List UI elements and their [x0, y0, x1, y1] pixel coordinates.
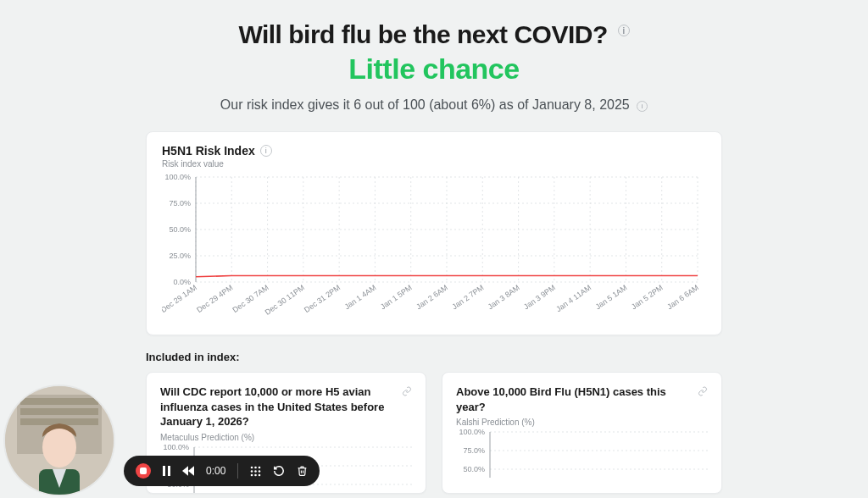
svg-text:100.0%: 100.0%: [459, 428, 485, 436]
recorder-toolbar: 0:00: [124, 456, 320, 486]
svg-point-66: [255, 466, 258, 468]
svg-point-68: [251, 470, 253, 473]
svg-text:Dec 29 4PM: Dec 29 4PM: [195, 283, 234, 314]
chart-ylabel: Risk index value: [162, 159, 706, 169]
svg-rect-57: [20, 398, 98, 405]
risk-index-card: H5N1 Risk Index i Risk index value 0.0%2…: [146, 131, 722, 335]
delete-button[interactable]: [297, 465, 308, 477]
risk-index-chart: 0.0%25.0%50.0%75.0%100.0%Dec 29 1AMDec 2…: [162, 172, 706, 316]
svg-text:100.0%: 100.0%: [163, 443, 189, 451]
svg-text:Jan 5 1AM: Jan 5 1AM: [594, 283, 629, 311]
verdict-text: Little chance: [0, 53, 868, 86]
restart-button[interactable]: [273, 465, 285, 477]
page-title: Will bird flu be the next COVID? i: [238, 20, 629, 49]
recorder-time: 0:00: [206, 465, 225, 477]
svg-text:Dec 29 1AM: Dec 29 1AM: [162, 283, 198, 314]
svg-text:Jan 6 6AM: Jan 6 6AM: [665, 283, 700, 311]
svg-point-65: [251, 466, 253, 468]
svg-text:Jan 5 2PM: Jan 5 2PM: [630, 283, 665, 311]
svg-text:Jan 3 9PM: Jan 3 9PM: [522, 283, 557, 311]
svg-point-70: [259, 470, 261, 473]
svg-point-71: [251, 473, 253, 476]
svg-text:Jan 1 5PM: Jan 1 5PM: [379, 283, 414, 311]
svg-text:Dec 31 2PM: Dec 31 2PM: [303, 283, 342, 314]
svg-point-69: [255, 470, 258, 473]
info-icon[interactable]: i: [260, 145, 272, 157]
included-label: Included in index:: [146, 351, 722, 363]
svg-rect-58: [20, 408, 98, 415]
kalshi-mini-chart: 100.0%75.0%50.0%: [456, 427, 710, 478]
svg-text:0.0%: 0.0%: [173, 278, 191, 286]
kalshi-source: Kalshi Prediction (%): [456, 418, 708, 427]
kalshi-card: Above 10,000 Bird Flu (H5N1) cases this …: [442, 372, 722, 494]
pause-button[interactable]: [163, 466, 170, 476]
svg-text:Dec 30 11PM: Dec 30 11PM: [264, 283, 306, 316]
cdc-source: Metaculus Prediction (%): [160, 433, 412, 442]
link-icon[interactable]: [402, 386, 412, 396]
svg-point-72: [255, 473, 258, 476]
info-icon[interactable]: i: [637, 101, 648, 112]
svg-point-73: [259, 473, 261, 476]
svg-text:Jan 3 8AM: Jan 3 8AM: [487, 283, 521, 311]
svg-point-60: [42, 427, 76, 468]
svg-text:75.0%: 75.0%: [463, 446, 485, 455]
grid-button[interactable]: [250, 466, 261, 477]
svg-marker-64: [188, 466, 194, 476]
svg-text:25.0%: 25.0%: [169, 252, 191, 260]
cdc-question: Will CDC report 10,000 or more H5 avian …: [160, 385, 397, 429]
svg-text:50.0%: 50.0%: [169, 225, 191, 234]
kalshi-question: Above 10,000 Bird Flu (H5N1) cases this …: [456, 385, 693, 414]
rewind-button[interactable]: [182, 466, 194, 476]
info-icon[interactable]: i: [618, 25, 630, 36]
chart-title: H5N1 Risk Index: [162, 144, 255, 158]
svg-text:Jan 2 6AM: Jan 2 6AM: [415, 283, 449, 311]
link-icon[interactable]: [698, 386, 708, 396]
svg-text:Jan 4 11AM: Jan 4 11AM: [554, 283, 593, 313]
svg-text:50.0%: 50.0%: [463, 465, 485, 473]
risk-subline: Our risk index gives it 6 out of 100 (ab…: [0, 97, 868, 113]
svg-text:75.0%: 75.0%: [169, 199, 191, 208]
svg-text:100.0%: 100.0%: [164, 173, 191, 181]
svg-text:Jan 1 4AM: Jan 1 4AM: [343, 283, 378, 311]
svg-marker-63: [182, 466, 188, 476]
svg-text:Jan 2 7PM: Jan 2 7PM: [450, 283, 485, 311]
stop-record-button[interactable]: [136, 463, 151, 479]
presenter-avatar: [5, 386, 114, 495]
svg-point-67: [259, 466, 261, 468]
